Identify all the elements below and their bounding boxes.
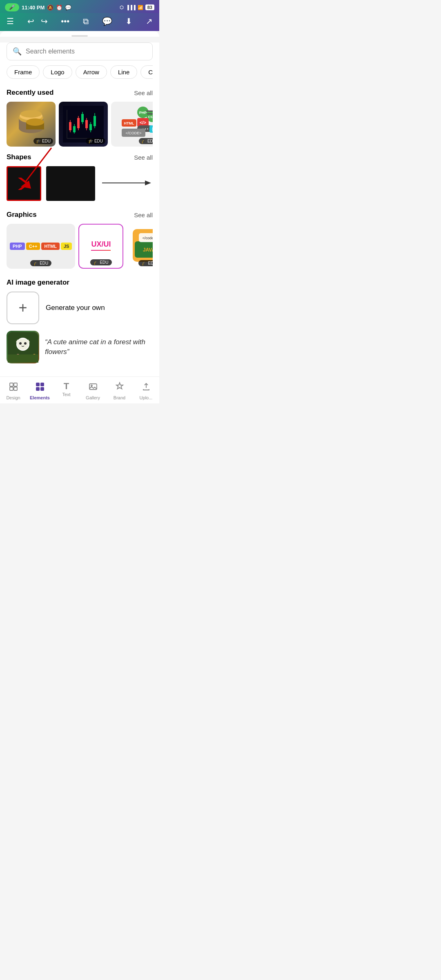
mute-icon: 🔕 [47,4,53,11]
chip-logo[interactable]: Logo [43,65,72,79]
search-input[interactable] [26,48,147,55]
nav-design[interactable]: Design [0,380,27,402]
recently-used-section: Recently used See all [7,89,153,147]
svg-point-4 [20,110,42,118]
shapes-container [7,166,153,204]
shape-black-rect[interactable] [46,166,95,201]
text-icon: T [64,382,69,391]
recent-item-code[interactable]: PHP CSS3 HTML </> • • • [111,102,153,147]
wifi-icon: 📶 [138,5,143,10]
design-label: Design [6,395,20,400]
more-icon[interactable]: ••• [61,17,69,26]
graphics-row: PHP C++ HTML JS 🎓 EDU UX/UI 🎓 EDU [7,224,153,272]
design-icon [9,382,18,394]
redo-icon[interactable]: ↪ [41,16,48,26]
comment-icon[interactable]: 💬 [102,16,112,26]
svg-point-78 [91,385,92,386]
gallery-label: Gallery [86,395,100,400]
battery-indicator: 83 [145,4,154,10]
graphic-edu-java: 🎓 EDU [138,260,153,266]
graphic-uxui[interactable]: UX/UI 🎓 EDU [78,224,123,269]
svg-rect-68 [8,354,38,363]
share-icon[interactable]: ↗ [146,16,153,26]
chip-frame[interactable]: Frame [7,65,40,79]
download-icon[interactable]: ⬇ [125,16,132,26]
mic-pill: 🎤 [5,3,19,11]
chip-circle[interactable]: Circle [140,65,153,79]
svg-text:</code>: </code> [143,236,153,240]
inner-arrow-icon [14,174,34,194]
svg-text:JAVA: JAVA [143,247,153,253]
shape-arrow-line[interactable] [100,177,153,191]
ai-generate-label: Generate your own [46,304,105,312]
shapes-section: Shapes See all [7,153,153,204]
status-bar: 🎤 11:40 PM 🔕 ⏰ 💬 ⬡ ▐▐▐ 📶 83 [0,0,159,13]
svg-point-7 [26,118,44,126]
ai-section-header: AI image generator [7,278,153,287]
graphic-java[interactable]: JAVA </code> 🎓 EDU [127,224,153,269]
ai-generate-row: + Generate your own [7,292,153,324]
nav-brand[interactable]: Brand [106,380,133,402]
svg-marker-45 [145,180,151,185]
shape-black-square-selected[interactable] [7,166,41,201]
text-label: Text [62,392,70,397]
svg-text:</CODE>: </CODE> [125,131,141,135]
svg-text:</>: </> [140,120,146,125]
svg-rect-72 [14,387,17,390]
bluetooth-icon: ⬡ [120,5,124,10]
menu-icon[interactable]: ☰ [7,16,14,26]
nav-upload[interactable]: Uplo... [133,380,159,402]
svg-rect-69 [10,383,13,386]
chip-arrow[interactable]: Arrow [76,65,107,79]
nav-gallery[interactable]: Gallery [80,380,106,402]
java-content: JAVA </code> [131,227,153,265]
recent-item-coins[interactable]: 🎓 EDU [7,102,56,147]
recent-grid: 🎓 EDU [7,102,153,147]
ai-generate-button[interactable]: + [7,292,39,324]
ai-example-caption: “A cute anime cat in a forest with flowe… [45,337,153,357]
svg-rect-73 [36,383,40,386]
graphics-header: Graphics See all [7,211,153,219]
mic-icon: 🎤 [9,4,15,10]
search-bar[interactable]: 🔍 [7,42,153,60]
svg-marker-43 [18,178,29,190]
svg-rect-75 [36,387,40,391]
svg-rect-71 [10,387,13,390]
svg-text:PHP: PHP [139,111,147,115]
drag-bar [71,35,88,37]
bottom-nav: Design Elements T Text Gallery [0,376,159,403]
svg-rect-77 [89,384,97,390]
shapes-see-all[interactable]: See all [134,154,153,161]
undo-icon[interactable]: ↩ [27,16,34,26]
graphic-edu-lang: 🎓 EDU [30,260,51,266]
ai-example-row[interactable]: “A cute anime cat in a forest with flowe… [7,331,153,363]
nav-elements[interactable]: Elements [27,380,53,402]
shapes-title: Shapes [7,153,31,161]
svg-rect-74 [40,383,44,386]
chip-line[interactable]: Line [110,65,137,79]
recently-used-title: Recently used [7,89,53,97]
js-tag: JS [61,243,72,250]
drag-handle[interactable] [0,31,159,37]
recently-used-see-all[interactable]: See all [134,89,153,96]
rectangle-shape [46,166,95,201]
recent-item-chart[interactable]: 🎓 EDU [59,102,108,147]
elements-panel: 🔍 Frame Logo Arrow Line Circle Squ... Re… [0,42,159,376]
brand-label: Brand [114,395,125,400]
html-tag: HTML [41,243,60,250]
graphic-edu-uxui: 🎓 EDU [90,259,111,265]
graphics-see-all[interactable]: See all [134,212,153,218]
layers-icon[interactable]: ⧉ [83,17,89,26]
selected-square [7,166,41,201]
graphic-lang-sticker[interactable]: PHP C++ HTML JS 🎓 EDU [7,224,75,269]
nav-text[interactable]: T Text [53,380,80,402]
svg-text:{}: {} [152,127,153,131]
edu-badge-chart: 🎓 EDU [86,138,105,144]
cpp-tag: C++ [26,243,40,250]
status-right: ⬡ ▐▐▐ 📶 83 [120,4,154,10]
search-icon: 🔍 [13,47,22,56]
discord-icon: 💬 [65,4,71,11]
gallery-icon [88,382,98,394]
upload-icon [141,382,151,394]
shapes-row [7,166,153,204]
